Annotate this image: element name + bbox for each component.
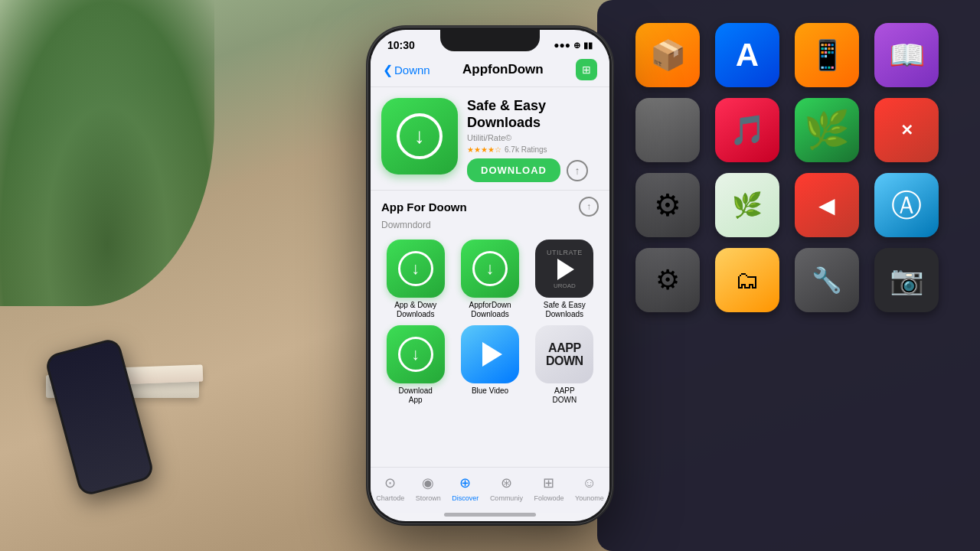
tab-discover[interactable]: ⊕ Discover	[452, 474, 479, 502]
play-icon	[557, 259, 574, 280]
app-icon-16[interactable]: 📷	[874, 248, 939, 312]
home-indicator	[444, 513, 536, 517]
related-section-header: App For Doown ↑	[371, 190, 609, 220]
list-item[interactable]: ↓ App & DowyDownloads	[381, 240, 449, 319]
list-item[interactable]: UTILRATE UROAD Safe & EasyDownloads	[531, 240, 599, 319]
related-app-icon-3: UTILRATE UROAD	[535, 240, 593, 298]
list-item[interactable]: AAPPDOWN AAPPDOWN	[531, 325, 599, 405]
related-app-icon-4: ↓	[387, 325, 445, 383]
nav-action-icon: ⊞	[582, 64, 591, 76]
app-icon-12[interactable]: Ⓐ	[874, 173, 939, 237]
main-phone: 10:30 ●●● ⊕ ▮▮ ❮ Downn AppfonDown ⊞	[368, 27, 612, 524]
star-icon: ★★★★☆	[467, 145, 501, 154]
tab-icon-discover: ⊕	[456, 474, 475, 492]
app-icon-2[interactable]: A	[715, 23, 779, 87]
related-app-icon-6: AAPPDOWN	[535, 325, 593, 383]
related-app-name-5: Blue Video	[472, 386, 508, 396]
status-time: 10:30	[387, 39, 415, 51]
related-app-name-6: AAPPDOWN	[552, 386, 577, 405]
related-app-name-2: AppforDownDownloads	[469, 301, 511, 319]
tab-community[interactable]: ⊛ Communiy	[490, 474, 523, 502]
phone-notch	[440, 30, 540, 51]
app-icon-7[interactable]: 🌿	[795, 98, 859, 162]
back-button[interactable]: ❮ Downn	[383, 63, 430, 77]
related-apps-grid: ↓ App & DowyDownloads ↓ AppforDownDownlo…	[371, 235, 609, 412]
app-icon-10[interactable]: 🌿	[715, 173, 779, 237]
rating-count: 6.7k Ratings	[505, 145, 547, 154]
tab-label-community: Communiy	[490, 494, 523, 502]
list-item[interactable]: Blue Video	[456, 325, 524, 405]
related-section-title: App For Doown	[381, 201, 467, 214]
tab-chartode[interactable]: ⊙ Chartode	[376, 474, 404, 502]
phone-screen: 10:30 ●●● ⊕ ▮▮ ❮ Downn AppfonDown ⊞	[371, 30, 609, 521]
app-icon-13[interactable]: ⚙	[635, 248, 700, 312]
download-button[interactable]: DOWNLOAD	[467, 158, 560, 182]
tab-storown[interactable]: ◉ Storown	[416, 474, 441, 502]
section-subtitle: Dowmndord	[371, 220, 609, 235]
app-icon-9[interactable]: ⚙	[635, 173, 700, 237]
download-circle-icon-1: ↓	[398, 251, 433, 286]
rating-row: ★★★★☆ 6.7k Ratings	[467, 145, 599, 154]
download-circle-icon-2: ↓	[472, 251, 508, 286]
tab-bar: ⊙ Chartode ◉ Storown ⊕ Discover ⊛ Commun…	[371, 467, 609, 513]
tab-icon-community: ⊛	[497, 474, 515, 492]
chevron-left-icon: ❮	[383, 63, 393, 77]
app-subtitle: Utiliti/Rate©	[467, 133, 599, 142]
nav-bar: ❮ Downn AppfonDown ⊞	[371, 54, 609, 87]
tab-younome[interactable]: ☺ Younome	[575, 474, 604, 502]
chevron-up-icon: ↑	[586, 201, 591, 212]
wifi-icon: ⊕	[573, 41, 580, 51]
app-detail-section: ↓ Safe & Easy Downloads Utiliti/Rate© ★★…	[371, 87, 609, 190]
tab-icon-storown: ◉	[419, 474, 437, 492]
share-button[interactable]: ↑	[567, 160, 588, 181]
status-icons: ●●● ⊕ ▮▮	[554, 40, 593, 51]
app-info: Safe & Easy Downloads Utiliti/Rate© ★★★★…	[467, 98, 599, 182]
app-icon-5[interactable]	[635, 98, 700, 162]
app-icon-8[interactable]: ✕	[874, 98, 939, 162]
related-app-name-4: DownloadApp	[398, 386, 432, 405]
see-all-button[interactable]: ↑	[579, 197, 599, 217]
download-arrow: ↓	[397, 113, 443, 159]
nav-title: AppfonDown	[462, 62, 544, 77]
related-app-icon-1: ↓	[387, 240, 445, 298]
tab-icon-younome: ☺	[580, 474, 599, 492]
app-icon-11[interactable]: ◀	[795, 173, 859, 237]
list-item[interactable]: ↓ AppforDownDownloads	[456, 240, 524, 319]
spacer	[371, 412, 609, 467]
download-btn-row: DOWNLOAD ↑	[467, 158, 599, 182]
phone-frame: 10:30 ●●● ⊕ ▮▮ ❮ Downn AppfonDown ⊞	[368, 27, 612, 524]
video-icon: UTILRATE UROAD	[547, 249, 583, 289]
app-icon-15[interactable]: 🔧	[795, 248, 859, 312]
tab-folowode[interactable]: ⊞ Folowode	[534, 474, 564, 502]
tab-label-chartode: Chartode	[376, 494, 404, 502]
featured-app-icon[interactable]: ↓	[381, 98, 458, 174]
nav-action-button[interactable]: ⊞	[576, 59, 597, 80]
share-icon: ↑	[575, 165, 580, 177]
related-app-icon-5	[461, 325, 519, 383]
related-app-name-1: App & DowyDownloads	[394, 301, 436, 319]
app-grid-right: 📦 A 📱 📖 🎵 🌿 ✕ ⚙ 🌿 ◀ Ⓐ ⚙ 🗂 🔧 📷	[628, 15, 965, 320]
app-icon-1[interactable]: 📦	[635, 23, 700, 87]
related-app-name-3: Safe & EasyDownloads	[544, 301, 586, 319]
tab-label-storown: Storown	[416, 494, 441, 502]
tab-label-younome: Younome	[575, 494, 604, 502]
battery-icon: ▮▮	[583, 41, 593, 51]
app-icon-6[interactable]: 🎵	[715, 98, 779, 162]
back-label: Downn	[394, 64, 430, 77]
tab-icon-chartode: ⊙	[381, 474, 400, 492]
app-icon-3[interactable]: 📱	[795, 23, 859, 87]
app-icon-14[interactable]: 🗂	[715, 248, 779, 312]
related-app-icon-2: ↓	[461, 240, 519, 298]
tab-label-discover: Discover	[452, 494, 479, 502]
play-icon-blue	[482, 342, 502, 367]
signal-icon: ●●●	[554, 40, 570, 51]
app-icon-4[interactable]: 📖	[874, 23, 939, 87]
tab-label-folowode: Folowode	[534, 494, 564, 502]
arrow-down-icon: ↓	[414, 124, 425, 148]
app-main-title: Safe & Easy Downloads	[467, 98, 599, 131]
list-item[interactable]: ↓ DownloadApp	[381, 325, 449, 405]
download-circle-icon-4: ↓	[398, 337, 433, 372]
tab-icon-folowode: ⊞	[540, 474, 558, 492]
